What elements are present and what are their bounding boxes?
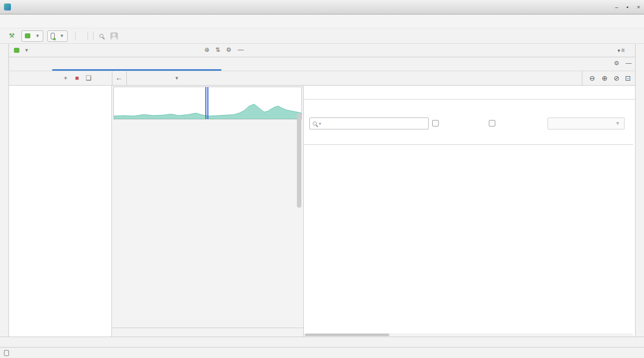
- device-ph one-icon: [51, 33, 55, 39]
- divider: [126, 71, 127, 85]
- regex-checkbox[interactable]: [489, 120, 495, 126]
- android-studio-icon: [4, 3, 11, 10]
- chevron-down-icon: ▼: [35, 33, 40, 38]
- toolbar-separator: [93, 31, 93, 40]
- chevron-down-icon: ▼: [175, 76, 179, 81]
- android-view-icon: [14, 48, 19, 53]
- profiler-window-header: ⚙ —: [9, 57, 635, 71]
- right-tool-strip: [635, 44, 644, 337]
- hidden-tabs-dropdown[interactable]: ▼≡: [617, 46, 625, 54]
- search-everywhere-icon[interactable]: [96, 28, 107, 43]
- clock-type-dropdown[interactable]: ▼: [548, 118, 625, 129]
- gear-icon[interactable]: ⚙: [224, 46, 234, 53]
- search-box[interactable]: ▼: [309, 118, 429, 129]
- hide-panel-icon[interactable]: —: [236, 46, 246, 53]
- search-icon: [313, 121, 317, 125]
- active-tab-underline: [52, 69, 221, 71]
- gear-icon[interactable]: ⚙: [612, 60, 622, 67]
- table-body: [304, 145, 633, 333]
- profiler-control-row: + ■ ❏ ← ▼ ⊖ ⊕ ⊘ ⊡: [9, 71, 635, 86]
- search-caret-icon: ▼: [318, 122, 322, 125]
- timeline-cursor[interactable]: [207, 87, 208, 119]
- run-config-dropdown[interactable]: ▼: [21, 30, 43, 42]
- filter-row: ▼ ▼: [304, 115, 635, 132]
- back-arrow-icon[interactable]: ←: [115, 73, 123, 82]
- analysis-subtab-bar: [304, 100, 635, 115]
- timeline-cursor[interactable]: [205, 87, 206, 119]
- divider: [582, 71, 582, 85]
- expand-panel-icon[interactable]: ❏: [86, 74, 92, 82]
- zoom-out-icon[interactable]: ⊖: [589, 74, 595, 82]
- avatar[interactable]: [110, 32, 118, 40]
- hammer-icon[interactable]: ⚒: [6, 28, 17, 43]
- maximize-button[interactable]: ▪: [622, 4, 633, 10]
- device-dropdown[interactable]: ▼: [47, 30, 68, 42]
- stop-session-icon[interactable]: ■: [75, 74, 79, 82]
- zoom-to-selection-icon[interactable]: ⊡: [625, 74, 631, 82]
- bottom-time-axis: [112, 328, 303, 337]
- tracks-scrollbar[interactable]: [297, 113, 301, 208]
- zoom-in-icon[interactable]: ⊕: [602, 74, 608, 82]
- horizontal-scrollbar[interactable]: [304, 333, 633, 337]
- analysis-panel: ▼ ▼: [303, 86, 635, 337]
- project-pane-header[interactable]: ▼: [9, 44, 29, 57]
- reset-zoom-icon[interactable]: ⊘: [614, 74, 620, 82]
- match-case-checkbox[interactable]: [432, 120, 439, 126]
- cpu-usage-chart[interactable]: [113, 87, 302, 119]
- minimize-button[interactable]: –: [611, 4, 622, 10]
- android-studio-window: – ▪ × ⚒ ▼ ▼ ▼: [0, 0, 644, 358]
- main-toolbar: ⚒ ▼ ▼: [0, 28, 644, 44]
- table-header: [304, 132, 633, 145]
- menu-bar: [0, 14, 644, 28]
- title-bar: – ▪ ×: [0, 0, 644, 14]
- add-session-icon[interactable]: +: [64, 74, 68, 82]
- chevron-down-icon: ▼: [615, 118, 620, 129]
- toolbar-separator: [75, 31, 76, 40]
- chevron-down-icon: ▼: [60, 33, 64, 38]
- locate-file-icon[interactable]: ⊕: [202, 46, 212, 53]
- toolbar-separator: [88, 31, 88, 40]
- device-icon: [4, 350, 9, 356]
- divider: [112, 71, 112, 85]
- cpu-timeline-panel: [112, 86, 303, 337]
- status-bar: [0, 347, 644, 358]
- hide-panel-icon[interactable]: —: [624, 60, 634, 67]
- thread-tracks: [112, 123, 303, 328]
- editor-tab-bar: ▼ ⊕ ⇅ ⚙ — ▼≡: [9, 44, 635, 57]
- android-app-icon: [25, 33, 30, 38]
- collapse-all-icon[interactable]: ⇅: [213, 46, 223, 53]
- chevron-down-icon: ▼: [24, 48, 29, 53]
- tool-window-bar: [0, 337, 644, 347]
- left-tool-strip: [0, 44, 9, 337]
- close-button[interactable]: ×: [633, 4, 644, 10]
- filter-input[interactable]: [323, 119, 426, 128]
- sessions-panel: [9, 86, 112, 337]
- analysis-tab-bar: [304, 86, 635, 100]
